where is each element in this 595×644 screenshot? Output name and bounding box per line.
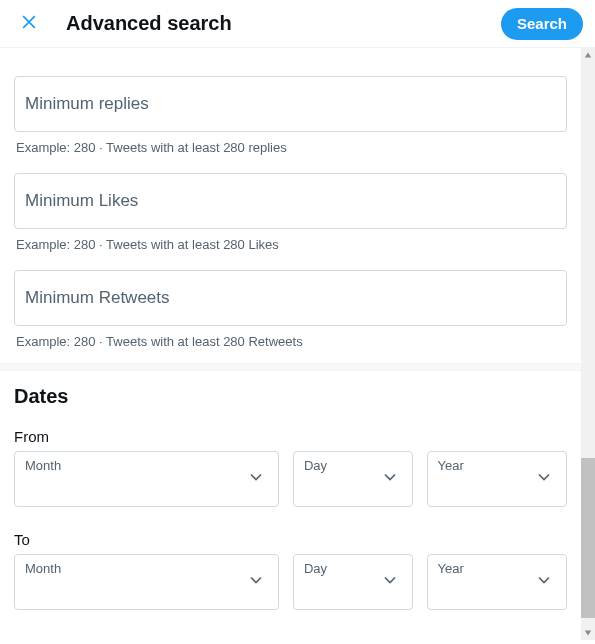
to-day-select[interactable]: Day xyxy=(293,554,413,610)
from-month-select[interactable]: Month xyxy=(14,451,279,507)
from-year-select[interactable]: Year xyxy=(427,451,567,507)
from-day-select[interactable]: Day xyxy=(293,451,413,507)
modal-title: Advanced search xyxy=(66,12,501,35)
modal-header: Advanced search Search xyxy=(0,0,595,48)
scrollbar-track[interactable] xyxy=(581,48,595,640)
scrollbar-thumb[interactable] xyxy=(581,458,595,618)
select-label: Day xyxy=(304,458,327,473)
from-date-row: Month Day Year xyxy=(0,451,581,521)
to-month-select[interactable]: Month xyxy=(14,554,279,610)
min-likes-input[interactable] xyxy=(14,173,567,229)
chevron-down-icon xyxy=(246,467,266,491)
min-replies-field xyxy=(14,76,567,132)
chevron-down-icon xyxy=(246,570,266,594)
from-label: From xyxy=(0,418,581,451)
min-retweets-input[interactable] xyxy=(14,270,567,326)
select-label: Month xyxy=(25,561,61,576)
to-label: To xyxy=(0,521,581,554)
scroll-up-arrow-icon[interactable] xyxy=(581,48,595,62)
section-divider xyxy=(0,363,581,371)
select-label: Day xyxy=(304,561,327,576)
to-year-select[interactable]: Year xyxy=(427,554,567,610)
chevron-down-icon xyxy=(380,570,400,594)
chevron-down-icon xyxy=(534,570,554,594)
min-likes-field xyxy=(14,173,567,229)
min-likes-hint: Example: 280 · Tweets with at least 280 … xyxy=(14,237,567,252)
close-button[interactable] xyxy=(12,7,46,41)
to-date-row: Month Day Year xyxy=(0,554,581,624)
chevron-down-icon xyxy=(380,467,400,491)
select-label: Year xyxy=(438,561,464,576)
scroll-area[interactable]: Example: 280 · Tweets with at least 280 … xyxy=(0,48,581,640)
scroll-down-arrow-icon[interactable] xyxy=(581,626,595,640)
min-retweets-hint: Example: 280 · Tweets with at least 280 … xyxy=(14,334,567,349)
close-icon xyxy=(19,12,39,35)
min-replies-input[interactable] xyxy=(14,76,567,132)
select-label: Year xyxy=(438,458,464,473)
dates-section-title: Dates xyxy=(0,371,581,418)
search-button[interactable]: Search xyxy=(501,8,583,40)
chevron-down-icon xyxy=(534,467,554,491)
select-label: Month xyxy=(25,458,61,473)
min-replies-hint: Example: 280 · Tweets with at least 280 … xyxy=(14,140,567,155)
min-retweets-field xyxy=(14,270,567,326)
engagement-section: Example: 280 · Tweets with at least 280 … xyxy=(0,48,581,363)
